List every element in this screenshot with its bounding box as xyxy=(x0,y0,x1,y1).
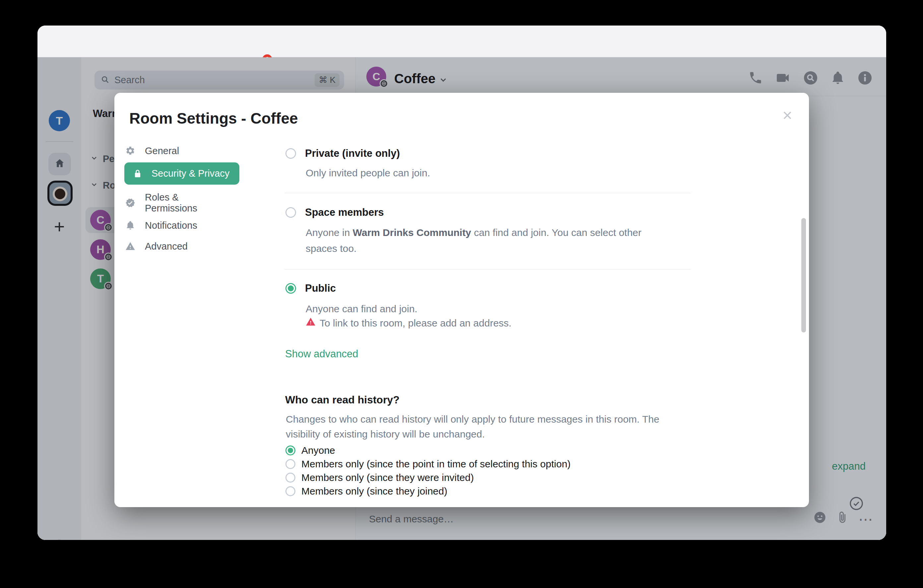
warning-text: To link to this room, please add an addr… xyxy=(320,317,512,329)
radio-public[interactable] xyxy=(286,283,296,294)
radio-anyone[interactable] xyxy=(286,445,296,455)
desc-text: Anyone in xyxy=(305,227,353,238)
tab-label: General xyxy=(145,146,179,156)
browser-toolbar: 2 app.element.io Ax xyxy=(38,26,886,57)
tab-security-privacy[interactable]: Security & Privacy xyxy=(124,163,239,185)
radio-private[interactable] xyxy=(286,148,296,159)
option-label-space-members[interactable]: Space members xyxy=(305,207,384,218)
radio-row-anyone[interactable]: Anyone xyxy=(286,445,335,456)
radio-row-members-point[interactable]: Members only (since the point in time of… xyxy=(286,458,571,470)
option-label-private[interactable]: Private (invite only) xyxy=(305,148,400,159)
tab-label: Advanced xyxy=(145,241,188,252)
history-description: Changes to who can read history will onl… xyxy=(286,412,670,442)
warning-triangle-icon xyxy=(124,241,136,251)
gear-icon xyxy=(124,146,136,156)
tab-label: Security & Privacy xyxy=(151,168,230,179)
tab-label: Notifications xyxy=(145,220,197,231)
option-label-public[interactable]: Public xyxy=(305,283,336,294)
radio-row-members-invited[interactable]: Members only (since they were invited) xyxy=(286,472,474,483)
radio-members-point[interactable] xyxy=(286,459,296,469)
option-desc-private: Only invited people can join. xyxy=(305,165,430,181)
bell-icon xyxy=(124,220,136,230)
history-heading: Who can read history? xyxy=(285,394,399,406)
space-name-bold: Warm Drinks Community xyxy=(353,227,471,238)
modal-scrollbar[interactable] xyxy=(801,218,806,332)
option-desc-public: Anyone can find and join. xyxy=(305,301,417,317)
tab-roles-permissions[interactable]: Roles & Permissions xyxy=(124,188,228,218)
radio-space-members[interactable] xyxy=(286,207,296,218)
tab-label: Roles & Permissions xyxy=(145,192,228,214)
radio-label: Members only (since they joined) xyxy=(301,486,447,497)
address-warning: To link to this room, please add an addr… xyxy=(305,317,512,329)
show-advanced-link[interactable]: Show advanced xyxy=(285,348,358,360)
room-settings-dialog: Room Settings - Coffee General Security … xyxy=(114,93,809,507)
close-icon[interactable] xyxy=(781,109,794,123)
radio-members-joined[interactable] xyxy=(286,486,296,496)
radio-label: Members only (since the point in time of… xyxy=(301,458,571,470)
lock-icon xyxy=(131,169,144,179)
radio-label: Members only (since they were invited) xyxy=(301,472,474,483)
tab-advanced[interactable]: Advanced xyxy=(124,240,188,253)
roles-badge-icon xyxy=(124,198,136,208)
radio-members-invited[interactable] xyxy=(286,473,296,483)
radio-label: Anyone xyxy=(301,445,335,456)
radio-row-members-joined[interactable]: Members only (since they joined) xyxy=(286,486,447,497)
divider xyxy=(284,193,691,193)
tab-notifications[interactable]: Notifications xyxy=(124,219,197,232)
option-desc-space-members: Anyone in Warm Drinks Community can find… xyxy=(305,225,669,256)
dialog-title: Room Settings - Coffee xyxy=(129,109,298,127)
browser-window: 2 app.element.io Ax xyxy=(38,26,886,540)
tab-general[interactable]: General xyxy=(124,144,179,158)
divider xyxy=(284,269,691,269)
warning-triangle-icon xyxy=(305,317,315,329)
